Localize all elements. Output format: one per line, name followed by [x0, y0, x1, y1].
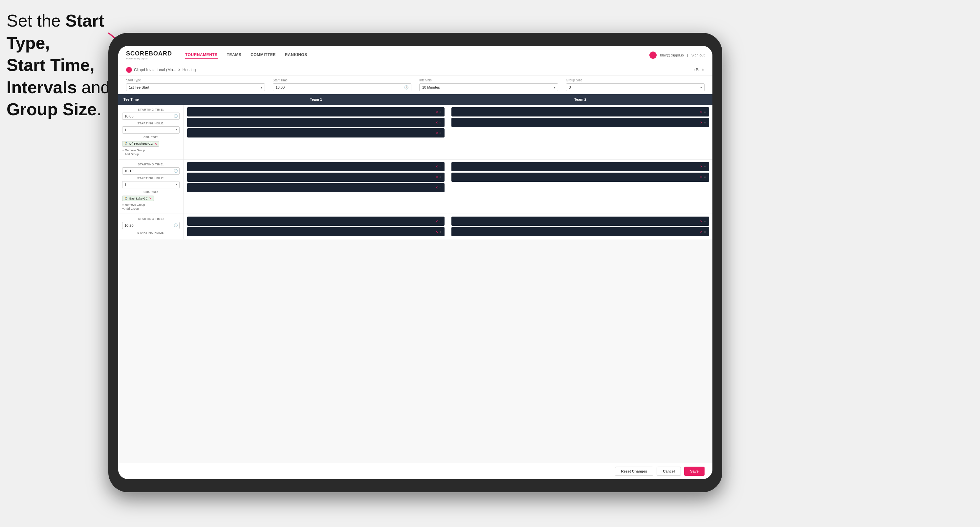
col-header-tee-time: Tee Time	[118, 94, 184, 105]
remove-player-2-1[interactable]: ✕ ○	[435, 165, 441, 168]
nav-link-teams[interactable]: TEAMS	[227, 51, 242, 59]
add-group-1[interactable]: + Add Group	[122, 152, 180, 156]
starting-time-input-3[interactable]	[122, 222, 180, 229]
add-group-2[interactable]: + Add Group	[122, 207, 180, 210]
remove-group-1[interactable]: ○ Remove Group	[122, 149, 180, 152]
tablet-frame: SCOREBOARD Powered by clippd TOURNAMENTS…	[108, 33, 722, 492]
starting-time-input-2[interactable]	[122, 167, 180, 175]
intervals-label: Intervals	[419, 78, 558, 82]
team2-player-row-1-1: ✕ ○	[452, 107, 709, 116]
player-row-1-1: ✕ ○	[187, 107, 444, 116]
starting-hole-wrap-2[interactable]: 110 ▾	[122, 181, 180, 188]
nav-link-rankings[interactable]: RANKINGS	[285, 51, 307, 59]
intervals-select[interactable]: 10 Minutes 8 Minutes 12 Minutes	[419, 83, 558, 91]
breadcrumb-page: Hosting	[183, 68, 196, 72]
separator: |	[687, 53, 688, 57]
remove-player-1-3[interactable]: ✕ ○	[435, 131, 441, 135]
action-links-1: ○ Remove Group + Add Group	[122, 149, 180, 156]
user-avatar	[649, 51, 657, 59]
intervals-group: Intervals 10 Minutes 8 Minutes 12 Minute…	[419, 78, 558, 91]
remove-group-icon-1: ○	[122, 149, 124, 152]
starting-hole-label-1: STARTING HOLE:	[122, 122, 180, 125]
player-row-2-1: ✕ ○	[187, 162, 444, 171]
col-headers: Tee Time Team 1 Team 2	[118, 94, 713, 105]
team2-player-row-2-1: ✕ ○	[452, 162, 709, 171]
intervals-wrapper[interactable]: 10 Minutes 8 Minutes 12 Minutes ▾	[419, 83, 558, 91]
reset-changes-button[interactable]: Reset Changes	[615, 467, 653, 476]
breadcrumb-tournament[interactable]: Clippd Invitational (Mo...	[134, 68, 176, 72]
group-size-select[interactable]: 3 2 4	[566, 83, 705, 91]
start-type-label: Start Type	[126, 78, 265, 82]
course-label-1: COURSE:	[122, 135, 180, 139]
remove-player-1-1[interactable]: ✕ ○	[435, 110, 441, 114]
tee-time-col-3: STARTING TIME: 🕐 STARTING HOLE:	[118, 214, 184, 239]
team1-col-2: ✕ ○ ✕ ○ ✕ ○	[184, 159, 448, 214]
remove-player-2-3[interactable]: ✕ ○	[435, 186, 441, 189]
starting-time-label-1: STARTING TIME:	[122, 108, 180, 111]
team2-remove-1-2[interactable]: ✕ ○	[700, 121, 706, 124]
course-remove-1[interactable]: ✕	[154, 142, 157, 146]
course-remove-2[interactable]: ✕	[149, 197, 152, 200]
team2-remove-3-2[interactable]: ✕ ○	[700, 230, 706, 233]
hole-arrow-1: ▾	[176, 128, 178, 131]
starting-hole-select-1[interactable]: 110	[122, 126, 180, 133]
starting-time-label-2: STARTING TIME:	[122, 163, 180, 166]
group-size-wrapper[interactable]: 3 2 4 ▾	[566, 83, 705, 91]
course-tag-span-2: 🏌 East Lake GC ✕	[122, 195, 154, 201]
team1-col-3: ✕ ○ ✕ ○	[184, 214, 448, 239]
start-type-wrapper[interactable]: 1st Tee Start Shotgun Start ▾	[126, 83, 265, 91]
starting-time-input-1[interactable]	[122, 113, 180, 120]
nav-link-committee[interactable]: COMMITTEE	[250, 51, 276, 59]
start-time-label: Start Time	[273, 78, 412, 82]
tablet-screen: SCOREBOARD Powered by clippd TOURNAMENTS…	[118, 46, 713, 479]
remove-player-1-2[interactable]: ✕ ○	[435, 121, 441, 124]
navbar: SCOREBOARD Powered by clippd TOURNAMENTS…	[118, 46, 713, 64]
group-row-3: STARTING TIME: 🕐 STARTING HOLE: ✕ ○ ✕ ○	[118, 214, 713, 239]
nav-links: TOURNAMENTS TEAMS COMMITTEE RANKINGS	[185, 51, 649, 59]
cancel-button[interactable]: Cancel	[657, 467, 681, 476]
logo-sub: Powered by clippd	[126, 57, 172, 60]
back-button[interactable]: ‹ Back	[694, 68, 705, 72]
start-type-select[interactable]: 1st Tee Start Shotgun Start	[126, 83, 265, 91]
team2-player-row-1-2: ✕ ○	[452, 118, 709, 127]
team2-remove-3-1[interactable]: ✕ ○	[700, 219, 706, 223]
team2-remove-1-1[interactable]: ✕ ○	[700, 110, 706, 114]
clock-icon: 🕐	[404, 85, 409, 90]
remove-player-3-1[interactable]: ✕ ○	[435, 219, 441, 223]
starting-hole-select-2[interactable]: 110	[122, 181, 180, 188]
start-time-input[interactable]	[273, 83, 412, 91]
course-icon-2: 🏌	[124, 197, 128, 200]
logo-text: SCOREBOARD	[126, 50, 172, 57]
starting-time-input-wrap-2[interactable]: 🕐	[122, 167, 180, 175]
start-time-wrapper[interactable]: 🕐	[273, 83, 412, 91]
team2-player-row-2-2: ✕ ○	[452, 173, 709, 182]
breadcrumb: Clippd Invitational (Mo... > Hosting	[126, 67, 196, 73]
remove-player-2-2[interactable]: ✕ ○	[435, 175, 441, 179]
save-button[interactable]: Save	[684, 467, 705, 476]
team2-col-1: ✕ ○ ✕ ○	[448, 105, 713, 159]
starting-hole-wrap-1[interactable]: 110 ▾	[122, 126, 180, 133]
starting-hole-label-2: STARTING HOLE:	[122, 176, 180, 180]
scroll-area[interactable]: STARTING TIME: 🕐 STARTING HOLE: 110 ▾ CO…	[118, 105, 713, 463]
hole-arrow-2: ▾	[176, 183, 178, 186]
starting-time-input-wrap-1[interactable]: 🕐	[122, 113, 180, 120]
col-header-team2: Team 2	[448, 94, 713, 105]
remove-player-3-2[interactable]: ✕ ○	[435, 230, 441, 233]
group-size-group: Group Size 3 2 4 ▾	[566, 78, 705, 91]
starting-time-input-wrap-3[interactable]: 🕐	[122, 222, 180, 229]
footer-bar: Reset Changes Cancel Save	[118, 463, 713, 479]
sign-out-link[interactable]: Sign out	[691, 53, 705, 57]
nav-link-tournaments[interactable]: TOURNAMENTS	[185, 51, 218, 59]
course-tag-1: 🏌 (A) Peachtree GC ✕	[122, 140, 180, 147]
remove-group-2[interactable]: ○ Remove Group	[122, 203, 180, 206]
player-row-1-3: ✕ ○	[187, 128, 444, 138]
team2-remove-2-2[interactable]: ✕ ○	[700, 175, 706, 179]
course-tag-2: 🏌 East Lake GC ✕	[122, 195, 180, 202]
team2-remove-2-1[interactable]: ✕ ○	[700, 165, 706, 168]
remove-group-icon-2: ○	[122, 203, 124, 206]
time-icon-1: 🕐	[174, 114, 178, 118]
logo-area: SCOREBOARD Powered by clippd	[126, 50, 172, 60]
nav-right: blair@clippd.io | Sign out	[649, 51, 705, 59]
tee-time-col-2: STARTING TIME: 🕐 STARTING HOLE: 110 ▾ CO…	[118, 159, 184, 214]
user-email: blair@clippd.io	[660, 53, 684, 57]
